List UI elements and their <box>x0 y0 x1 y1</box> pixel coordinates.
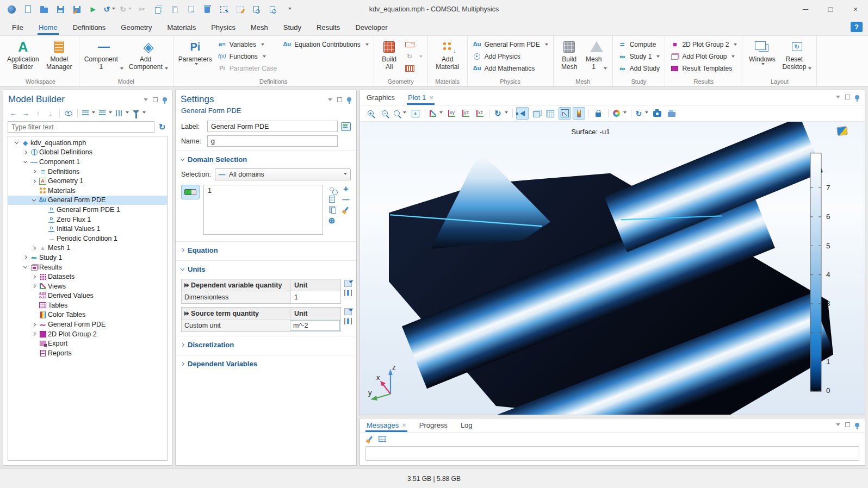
copy-selection-icon[interactable] <box>327 196 337 203</box>
show-toggle-button[interactable] <box>63 108 74 119</box>
tree-item-materials[interactable]: Materials <box>8 186 167 196</box>
expander-icon[interactable] <box>30 170 38 173</box>
section-discretization[interactable]: Discretization <box>176 336 356 353</box>
tab-file[interactable]: File <box>4 20 31 35</box>
remove-from-selection-icon[interactable] <box>341 196 351 203</box>
section-dependent-variables[interactable]: Dependent Variables <box>176 355 356 372</box>
model-manager-button[interactable]: Model Manager <box>42 37 76 78</box>
tree-item-datasets[interactable]: Datasets <box>8 272 167 281</box>
tab-definitions[interactable]: Definitions <box>65 20 114 35</box>
change-unit-icon[interactable] <box>344 318 352 324</box>
panel-menu-icon[interactable] <box>836 423 840 426</box>
tree-item-general-form-pde[interactable]: General Form PDE <box>8 196 167 205</box>
minimize-button[interactable]: ─ <box>793 0 818 18</box>
go-back-button[interactable]: ← <box>8 108 18 119</box>
show-axes-toggle[interactable] <box>559 107 571 120</box>
float-panel-icon[interactable] <box>337 97 342 102</box>
add-study-button[interactable]: Add Study <box>616 62 662 74</box>
expander-icon[interactable] <box>30 323 38 326</box>
select-box-button[interactable] <box>216 2 231 16</box>
import-geometry-button[interactable] <box>403 39 425 50</box>
expand-all-button[interactable] <box>98 108 113 119</box>
functions-button[interactable]: Functions <box>215 51 279 62</box>
reset-desktop-button[interactable]: Reset Desktop <box>780 37 814 78</box>
tab-graphics[interactable]: Graphics <box>367 90 395 105</box>
variables-button[interactable]: Variables <box>215 39 279 50</box>
edit-table-icon[interactable] <box>344 308 352 315</box>
node-label-button[interactable] <box>115 108 130 119</box>
build-all-button[interactable]: Build All <box>377 37 402 78</box>
tab-results[interactable]: Results <box>309 20 348 35</box>
copy-messages-button[interactable] <box>379 436 386 442</box>
deselect-button[interactable] <box>233 2 247 16</box>
expander-icon[interactable] <box>30 199 38 201</box>
add-mathematics-button[interactable]: Add Mathematics <box>470 62 550 74</box>
tree-item-general-form-pde-1[interactable]: General Form PDE 1 <box>8 205 167 215</box>
tab-home[interactable]: Home <box>31 20 65 35</box>
close-button[interactable]: × <box>843 0 868 18</box>
zoom-in-button[interactable]: + <box>364 107 377 120</box>
zoom-box-button[interactable] <box>393 107 407 120</box>
table-row[interactable]: Custom unit m^-2 <box>182 320 340 331</box>
rebuild-geometry-button[interactable] <box>403 51 425 62</box>
update-plot-button[interactable] <box>635 107 650 120</box>
add-material-button[interactable]: ↓ Add Material <box>431 37 464 78</box>
study-1-button[interactable]: Study 1 <box>616 51 662 62</box>
collapse-all-button[interactable] <box>81 108 96 119</box>
plot-canvas[interactable]: Surface: -u1 <box>360 122 865 415</box>
windows-button[interactable]: Windows <box>745 37 779 78</box>
print-button[interactable] <box>665 107 678 120</box>
section-units[interactable]: Units <box>176 260 356 277</box>
tree-item-study-1[interactable]: Study 1 <box>8 253 167 262</box>
run-button[interactable] <box>86 2 100 16</box>
expander-icon[interactable] <box>30 285 38 287</box>
expander-icon[interactable] <box>30 333 38 335</box>
compute-button[interactable]: Compute <box>616 39 662 50</box>
tree-item-periodic-condition-1[interactable]: Periodic Condition 1 <box>8 234 167 243</box>
tree-item-component-1[interactable]: Component 1 <box>8 157 167 167</box>
add-plot-group-button[interactable]: Add Plot Group <box>668 51 739 62</box>
filter-button[interactable] <box>132 108 147 119</box>
paste-selection-icon[interactable] <box>327 206 337 213</box>
zoom-to-selection-icon[interactable] <box>327 216 337 224</box>
tab-progress[interactable]: Progress <box>419 418 448 432</box>
add-to-selection-icon[interactable] <box>341 186 351 192</box>
tab-materials[interactable]: Materials <box>159 20 203 35</box>
edit-table-icon[interactable] <box>344 280 352 287</box>
cut-button[interactable] <box>135 2 149 16</box>
environment-reflections-toggle[interactable] <box>530 107 543 120</box>
add-component-button[interactable]: Add Component <box>127 37 170 78</box>
application-builder-button[interactable]: Application Builder <box>5 37 41 78</box>
pin-panel-icon[interactable] <box>855 95 859 99</box>
scene-light-toggle[interactable] <box>516 107 529 120</box>
undo-button[interactable] <box>102 2 116 16</box>
tree-item-general-form-pde-results[interactable]: General Form PDE <box>8 320 167 329</box>
tree-item-tables[interactable]: Tables <box>8 301 167 310</box>
plot-thumbnail-icon[interactable] <box>836 126 848 136</box>
redo-button[interactable] <box>119 2 133 16</box>
float-panel-icon[interactable] <box>845 95 850 99</box>
plot-group-button[interactable]: 2D Plot Group 2 <box>668 39 739 50</box>
mesh-1-button[interactable]: Mesh 1 <box>584 37 610 78</box>
float-panel-icon[interactable] <box>153 97 158 102</box>
view-xy-button[interactable]: xy <box>445 107 458 120</box>
tree-item-zero-flux-1[interactable]: Zero Flux 1 <box>8 215 167 224</box>
component-1-button[interactable]: Component 1 <box>82 37 126 78</box>
expander-icon[interactable] <box>30 180 38 183</box>
show-grid-toggle[interactable] <box>544 107 557 120</box>
result-templates-button[interactable]: Result Templates <box>668 62 739 74</box>
tab-messages[interactable]: Messages× <box>367 418 406 432</box>
tab-log[interactable]: Log <box>461 418 473 432</box>
new-file-button[interactable] <box>21 2 35 16</box>
tab-physics[interactable]: Physics <box>203 20 243 35</box>
duplicate-button[interactable] <box>184 2 198 16</box>
default-view-button[interactable] <box>493 107 509 120</box>
tree-item-2d-plot-group-2[interactable]: 2D Plot Group 2 <box>8 329 167 339</box>
build-mesh-button[interactable]: Build Mesh <box>556 37 582 78</box>
tab-mesh[interactable]: Mesh <box>243 20 276 35</box>
equation-contributions-button[interactable]: Equation Contributions <box>280 39 370 50</box>
tree-item-color-tables[interactable]: Color Tables <box>8 310 167 320</box>
copy-button[interactable] <box>151 2 165 16</box>
close-tab-icon[interactable]: × <box>402 421 406 429</box>
expander-icon[interactable] <box>21 161 29 162</box>
